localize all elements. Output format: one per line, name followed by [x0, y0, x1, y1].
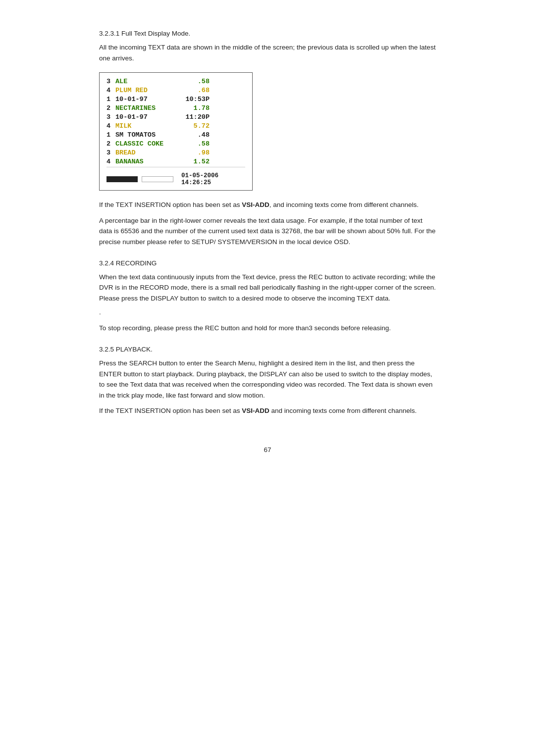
display-row: 110-01-9710:53P	[107, 96, 245, 103]
para2: If the TEXT INSERTION option has been se…	[99, 200, 436, 210]
para7-text-a: If the TEXT INSERTION option has been se…	[99, 407, 242, 414]
para7: If the TEXT INSERTION option has been se…	[99, 405, 436, 416]
progress-bar-empty	[142, 176, 173, 182]
row-num: 3	[107, 149, 115, 156]
row-value: .58	[180, 78, 210, 85]
row-name: 10-01-97	[115, 96, 180, 103]
section-321-heading: 3.2.3.1 Full Text Display Mode.	[99, 30, 436, 37]
para6: Press the SEARCH button to enter the Sea…	[99, 358, 436, 401]
para7-text-b: and incoming texts come from different c…	[269, 407, 417, 414]
row-num: 4	[107, 158, 115, 165]
row-num: 2	[107, 104, 115, 112]
display-row: 2NECTARINES1.78	[107, 104, 245, 112]
row-name: ALE	[115, 78, 180, 85]
display-divider	[107, 167, 245, 167]
section-325-heading: 3.2.5 PLAYBACK.	[99, 346, 436, 353]
row-num: 3	[107, 78, 115, 85]
display-footer: 01-05-2006 14:26:25	[107, 172, 245, 190]
progress-bar-filled	[107, 176, 138, 182]
row-value: .98	[180, 149, 210, 156]
text-display-box: 3ALE.584PLUM RED.68110-01-9710:53P2NECTA…	[99, 72, 253, 191]
display-row: 3BREAD.98	[107, 149, 245, 156]
row-num: 2	[107, 140, 115, 148]
display-row: 4MILK5.72	[107, 122, 245, 130]
row-value: .48	[180, 131, 210, 139]
display-datetime: 01-05-2006 14:26:25	[181, 172, 245, 186]
row-name: BREAD	[115, 149, 180, 156]
section-324-heading: 3.2.4 RECORDING	[99, 259, 436, 267]
row-value: .68	[180, 87, 210, 94]
row-num: 4	[107, 122, 115, 130]
row-name: SM TOMATOS	[115, 131, 180, 139]
row-num: 4	[107, 87, 115, 94]
display-row: 4BANANAS1.52	[107, 158, 245, 165]
row-num: 1	[107, 131, 115, 139]
row-name: 10-01-97	[115, 113, 180, 121]
dot-separator: .	[99, 308, 436, 316]
display-row: 2CLASSIC COKE.58	[107, 140, 245, 148]
row-name: CLASSIC COKE	[115, 140, 180, 148]
display-row: 1SM TOMATOS.48	[107, 131, 245, 139]
para2-text-b: , and incoming texts come from different…	[269, 201, 419, 208]
para3: A percentage bar in the right-lower corn…	[99, 215, 436, 248]
display-row: 3ALE.58	[107, 78, 245, 85]
row-value: 1.52	[180, 158, 210, 165]
row-value: 5.72	[180, 122, 210, 130]
para2-text-a: If the TEXT INSERTION option has been se…	[99, 201, 242, 208]
row-value: 10:53P	[180, 96, 210, 103]
row-name: NECTARINES	[115, 104, 180, 112]
row-num: 1	[107, 96, 115, 103]
para2-bold: VSI-ADD	[242, 201, 269, 208]
para5: To stop recording, please press the REC …	[99, 323, 436, 334]
row-name: BANANAS	[115, 158, 180, 165]
para4: When the text data continuously inputs f…	[99, 272, 436, 304]
display-row: 4PLUM RED.68	[107, 87, 245, 94]
row-num: 3	[107, 113, 115, 121]
para1: All the incoming TEXT data are shown in …	[99, 42, 436, 63]
para7-bold: VSI-ADD	[242, 407, 269, 414]
row-name: PLUM RED	[115, 87, 180, 94]
row-name: MILK	[115, 122, 180, 130]
progress-bar-area: 01-05-2006 14:26:25	[107, 172, 245, 186]
page-number: 67	[99, 446, 436, 454]
row-value: .58	[180, 140, 210, 148]
row-value: 11:20P	[180, 113, 210, 121]
row-value: 1.78	[180, 104, 210, 112]
display-row: 310-01-9711:20P	[107, 113, 245, 121]
